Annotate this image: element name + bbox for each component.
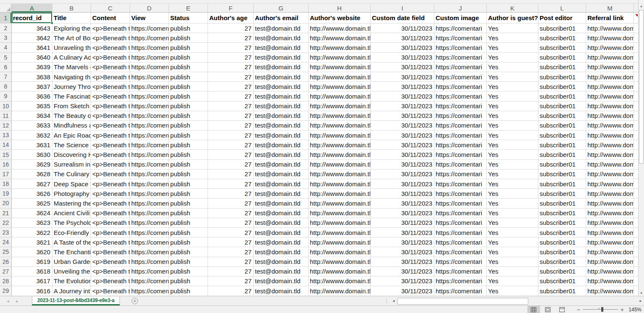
cell[interactable]: <p>Beneath th <box>91 72 130 82</box>
header-cell-C1[interactable]: Content <box>91 13 130 23</box>
cell[interactable]: https://comen <box>130 43 169 52</box>
scroll-up-icon[interactable]: ▲ <box>639 3 644 9</box>
cell[interactable]: Yes <box>487 33 538 43</box>
cell[interactable]: test@domain.tld <box>254 209 309 218</box>
cell[interactable]: https://comen <box>130 170 169 179</box>
cell[interactable]: http://wwww.domain.tld <box>309 170 371 179</box>
header-cell-F1[interactable]: Author's age <box>208 13 254 23</box>
cell[interactable]: http://wwww.dom <box>586 209 634 218</box>
cell[interactable]: https://comen <box>130 247 169 257</box>
cell[interactable]: subscriber01 <box>538 91 586 101</box>
cell[interactable]: Yes <box>487 121 538 130</box>
cell[interactable]: https://comentari <box>434 198 487 208</box>
cell[interactable]: Yes <box>487 237 538 247</box>
row-header-4[interactable]: 4 <box>0 43 12 52</box>
header-cell-B1[interactable]: Title <box>52 13 91 23</box>
cell[interactable]: publish <box>169 286 208 296</box>
cell[interactable]: 3623 <box>12 218 52 228</box>
cell[interactable]: https://comen <box>130 198 169 208</box>
row-header-7[interactable]: 7 <box>0 72 12 82</box>
cell[interactable]: <p>Beneath th <box>91 91 130 101</box>
cell[interactable]: 27 <box>208 82 254 91</box>
cell[interactable]: http://wwww.domain.tld <box>309 160 371 170</box>
cell[interactable]: https://comen <box>130 267 169 276</box>
cell[interactable]: subscriber01 <box>538 160 586 170</box>
cell[interactable]: subscriber01 <box>538 189 586 198</box>
row-header-23[interactable]: 23 <box>0 228 12 237</box>
cell[interactable]: publish <box>169 91 208 101</box>
cell[interactable]: test@domain.tld <box>254 43 309 52</box>
row-header-18[interactable]: 18 <box>0 179 12 189</box>
cell[interactable]: publish <box>169 121 208 130</box>
cell[interactable]: test@domain.tld <box>254 228 309 237</box>
cell[interactable]: Yes <box>487 247 538 257</box>
cell[interactable]: 27 <box>208 130 254 140</box>
cell[interactable]: Yes <box>487 209 538 218</box>
cell[interactable]: publish <box>169 209 208 218</box>
cell[interactable]: https://comen <box>130 53 169 63</box>
row-header-25[interactable]: 25 <box>0 247 12 257</box>
cell[interactable]: https://comentari <box>434 140 487 150</box>
cell[interactable]: 3617 <box>12 276 52 286</box>
cell[interactable]: 3634 <box>12 111 52 121</box>
cell[interactable]: publish <box>169 33 208 43</box>
cell[interactable]: http://wwww.domain.tld <box>309 276 371 286</box>
row-header-27[interactable]: 27 <box>0 267 12 276</box>
cell[interactable]: https://comen <box>130 150 169 159</box>
cell[interactable]: 27 <box>208 111 254 121</box>
header-cell-D1[interactable]: View <box>130 13 169 23</box>
horizontal-scrollbar-thumb[interactable] <box>397 298 528 305</box>
cell[interactable]: 27 <box>208 237 254 247</box>
header-cell-L1[interactable]: Post editor <box>538 13 586 23</box>
cell[interactable]: test@domain.tld <box>254 267 309 276</box>
cell[interactable]: subscriber01 <box>538 82 586 91</box>
cell[interactable]: 30/11/2023 <box>371 82 434 91</box>
cell[interactable]: publish <box>169 82 208 91</box>
cell[interactable]: http://wwww.dom <box>586 247 634 257</box>
cell[interactable]: 27 <box>208 257 254 267</box>
cell[interactable]: https://comen <box>130 237 169 247</box>
cell[interactable]: test@domain.tld <box>254 286 309 296</box>
cell[interactable]: 30/11/2023 <box>371 160 434 170</box>
cell[interactable]: https://comen <box>130 91 169 101</box>
cell[interactable]: publish <box>169 63 208 72</box>
cell[interactable]: 30/11/2023 <box>371 140 434 150</box>
cell[interactable]: subscriber01 <box>538 247 586 257</box>
cell[interactable]: 27 <box>208 267 254 276</box>
cell[interactable]: The Psycholo <box>52 218 91 228</box>
column-header-A[interactable]: A <box>12 4 52 12</box>
cell[interactable]: http://wwww.dom <box>586 102 634 111</box>
cell[interactable]: 3629 <box>12 160 52 170</box>
cell[interactable]: The Fascinati <box>52 91 91 101</box>
cell[interactable]: Surrealism in <box>52 160 91 170</box>
cell[interactable]: https://comentari <box>434 237 487 247</box>
cell[interactable]: https://comentari <box>434 43 487 52</box>
cell[interactable]: publish <box>169 198 208 208</box>
cell[interactable]: 27 <box>208 179 254 189</box>
cell[interactable]: subscriber01 <box>538 53 586 63</box>
cell[interactable]: 3625 <box>12 198 52 208</box>
cell[interactable]: 3641 <box>12 43 52 52</box>
scroll-right-icon[interactable]: ► <box>638 298 644 305</box>
cell[interactable]: subscriber01 <box>538 179 586 189</box>
cell[interactable]: <p>Beneath th <box>91 257 130 267</box>
cell[interactable]: 27 <box>208 276 254 286</box>
cell[interactable]: A Journey int <box>52 286 91 296</box>
zoom-slider[interactable]: + <box>583 306 618 313</box>
select-all-button[interactable] <box>0 4 12 12</box>
cell[interactable]: <p>Beneath th <box>91 82 130 91</box>
cell[interactable]: https://comentari <box>434 72 487 82</box>
row-header-22[interactable]: 22 <box>0 218 12 228</box>
cell[interactable]: 3631 <box>12 140 52 150</box>
cell[interactable]: <p>Beneath th <box>91 198 130 208</box>
cell[interactable]: subscriber01 <box>538 111 586 121</box>
page-layout-view-button[interactable] <box>542 306 554 313</box>
cell[interactable]: https://comentari <box>434 121 487 130</box>
cell[interactable]: Yes <box>487 23 538 33</box>
cell[interactable]: 30/11/2023 <box>371 63 434 72</box>
cell[interactable]: subscriber01 <box>538 237 586 247</box>
cell[interactable]: 3624 <box>12 209 52 218</box>
cell[interactable]: <p>Beneath th <box>91 247 130 257</box>
normal-view-button[interactable] <box>527 306 540 313</box>
cell[interactable]: subscriber01 <box>538 23 586 33</box>
